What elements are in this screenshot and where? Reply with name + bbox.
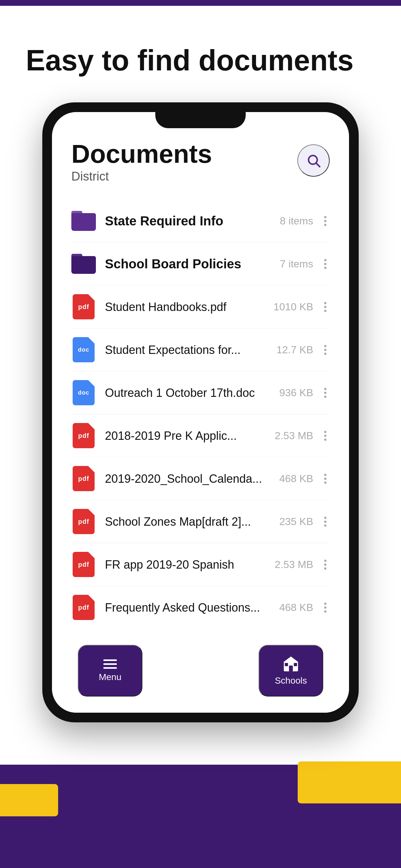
doc-icon: doc xyxy=(73,337,95,362)
dot xyxy=(324,435,327,437)
dot xyxy=(324,431,327,433)
schools-label: Schools xyxy=(275,676,307,686)
file-icon-3: pdf xyxy=(71,423,96,448)
dot xyxy=(324,302,327,304)
file-item-7[interactable]: pdf Frequently Asked Questions...468 KB xyxy=(71,586,330,629)
file-icon-1: doc xyxy=(71,337,96,362)
pdf-label: pdf xyxy=(78,432,89,439)
svg-rect-4 xyxy=(289,665,293,671)
file-item-3[interactable]: pdf 2018-2019 Pre K Applic...2.53 MB xyxy=(71,414,330,457)
more-options-file-4[interactable] xyxy=(321,470,330,487)
pdf-label: pdf xyxy=(78,561,89,568)
menu-line xyxy=(103,659,117,661)
file-name-7: Frequently Asked Questions... xyxy=(105,600,279,615)
file-icon-0: pdf xyxy=(71,294,96,319)
file-name-2: Outreach 1 October 17th.doc xyxy=(105,385,279,400)
dot xyxy=(324,224,327,226)
svg-rect-6 xyxy=(294,663,297,666)
yellow-accent-left xyxy=(0,784,58,816)
dot xyxy=(324,477,327,480)
dot xyxy=(324,267,327,269)
dot xyxy=(324,610,327,613)
folder-body xyxy=(71,213,96,231)
pdf-icon: pdf xyxy=(73,509,95,534)
dot xyxy=(324,524,327,527)
dot xyxy=(324,388,327,390)
phone-notch xyxy=(155,112,246,128)
file-name-3: 2018-2019 Pre K Applic... xyxy=(105,429,275,443)
pdf-label: pdf xyxy=(78,475,89,483)
menu-icon xyxy=(103,659,117,669)
file-item-1[interactable]: doc Student Expectations for...12.7 KB xyxy=(71,329,330,371)
file-item-2[interactable]: doc Outreach 1 October 17th.doc936 KB xyxy=(71,371,330,414)
dot xyxy=(324,482,327,484)
file-name-0: Student Handbooks.pdf xyxy=(105,300,274,314)
more-options-file-1[interactable] xyxy=(321,342,330,358)
phone-screen: Documents District xyxy=(52,112,349,713)
svg-rect-5 xyxy=(285,663,288,666)
folder-item-state-required[interactable]: State Required Info 8 items xyxy=(71,199,330,243)
folder-name-state: State Required Info xyxy=(105,213,280,229)
schools-icon xyxy=(282,656,299,672)
file-size-6: 2.53 MB xyxy=(275,559,313,570)
doc-label: doc xyxy=(78,390,89,396)
folder-name-school: School Board Policies xyxy=(105,256,280,272)
more-options-file-5[interactable] xyxy=(321,514,330,530)
more-options-file-6[interactable] xyxy=(321,556,330,573)
file-name-1: Student Expectations for... xyxy=(105,343,276,357)
file-size-3: 2.53 MB xyxy=(275,430,313,442)
yellow-accent-right xyxy=(298,762,401,803)
more-options-file-2[interactable] xyxy=(321,384,330,401)
file-size-5: 235 KB xyxy=(279,516,313,528)
folder-item-school-board[interactable]: School Board Policies 7 items xyxy=(71,243,330,285)
more-options-school[interactable] xyxy=(321,256,330,272)
more-options-file-0[interactable] xyxy=(321,299,330,315)
file-icon-6: pdf xyxy=(71,552,96,577)
file-icon-5: pdf xyxy=(71,509,96,534)
svg-marker-3 xyxy=(283,656,299,662)
pdf-label: pdf xyxy=(78,604,89,611)
dot xyxy=(324,438,327,441)
folder-shape xyxy=(71,254,96,274)
file-size-7: 468 KB xyxy=(279,601,313,614)
documents-header: Documents District xyxy=(71,141,330,183)
dot xyxy=(324,521,327,523)
dot xyxy=(324,310,327,312)
more-options-file-3[interactable] xyxy=(321,428,330,444)
more-options-file-7[interactable] xyxy=(321,599,330,616)
pdf-icon: pdf xyxy=(73,423,95,448)
more-options-state[interactable] xyxy=(321,213,330,229)
doc-icon: doc xyxy=(73,380,95,405)
dot xyxy=(324,345,327,347)
screen-subtitle: District xyxy=(71,169,212,183)
title-group: Documents District xyxy=(71,141,212,183)
dot xyxy=(324,259,327,261)
file-item-6[interactable]: pdf FR app 2019-20 Spanish2.53 MB xyxy=(71,543,330,586)
phone-frame: Documents District xyxy=(42,102,359,722)
dot xyxy=(324,349,327,351)
file-size-2: 936 KB xyxy=(279,387,313,399)
search-button[interactable] xyxy=(297,144,330,177)
menu-button[interactable]: Menu xyxy=(78,645,143,696)
pdf-icon: pdf xyxy=(73,595,95,620)
dot xyxy=(324,216,327,218)
menu-line xyxy=(103,667,117,669)
page-hero-title: Easy to find documents xyxy=(0,6,401,102)
file-name-6: FR app 2019-20 Spanish xyxy=(105,557,275,572)
pdf-label: pdf xyxy=(78,303,89,311)
folder-body xyxy=(71,256,96,274)
dot xyxy=(324,392,327,394)
folder-shape xyxy=(71,211,96,231)
phone-mockup: Documents District xyxy=(0,102,401,748)
schools-button[interactable]: Schools xyxy=(258,645,323,696)
file-icon-2: doc xyxy=(71,380,96,405)
dot xyxy=(324,607,327,609)
dot xyxy=(324,396,327,398)
file-item-5[interactable]: pdf School Zones Map[draft 2]...235 KB xyxy=(71,500,330,543)
folder-size-state: 8 items xyxy=(280,215,313,227)
file-item-4[interactable]: pdf 2019-2020_School_Calenda...468 KB xyxy=(71,457,330,500)
menu-line xyxy=(103,663,117,665)
dot xyxy=(324,220,327,222)
file-item-0[interactable]: pdf Student Handbooks.pdf1010 KB xyxy=(71,285,330,329)
dot xyxy=(324,306,327,308)
